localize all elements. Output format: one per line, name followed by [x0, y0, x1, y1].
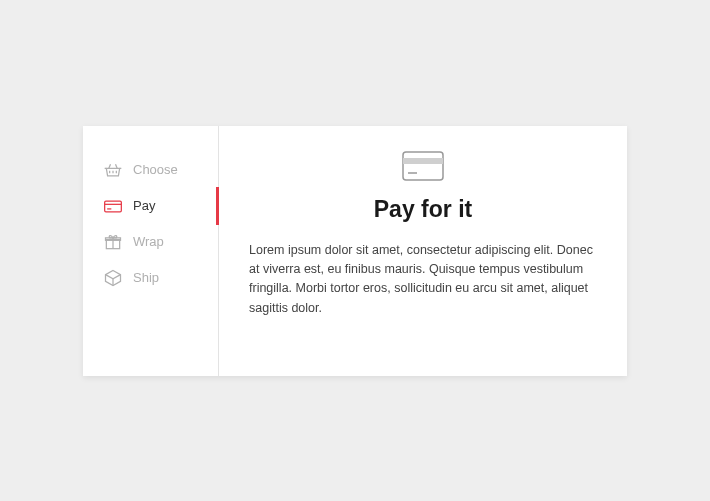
tab-pay[interactable]: Pay: [103, 188, 218, 224]
tab-label: Choose: [133, 162, 178, 177]
svg-rect-7: [403, 152, 443, 180]
active-tab-indicator: [216, 187, 219, 225]
tab-label: Pay: [133, 198, 155, 213]
content-body: Lorem ipsum dolor sit amet, consectetur …: [249, 241, 597, 319]
content-title: Pay for it: [374, 196, 472, 223]
basket-icon: [103, 160, 123, 180]
tab-wrap[interactable]: Wrap: [103, 224, 218, 260]
tab-choose[interactable]: Choose: [103, 152, 218, 188]
box-icon: [103, 268, 123, 288]
credit-card-icon: [401, 150, 445, 184]
tab-label: Wrap: [133, 234, 164, 249]
tab-ship[interactable]: Ship: [103, 260, 218, 296]
svg-rect-0: [105, 201, 122, 212]
tab-label: Ship: [133, 270, 159, 285]
tabs-sidebar: Choose Pay Wra: [83, 126, 219, 376]
tab-content: Pay for it Lorem ipsum dolor sit amet, c…: [219, 126, 627, 376]
gift-icon: [103, 232, 123, 252]
checkout-card: Choose Pay Wra: [83, 126, 627, 376]
svg-rect-8: [403, 158, 443, 164]
credit-card-icon: [103, 196, 123, 216]
